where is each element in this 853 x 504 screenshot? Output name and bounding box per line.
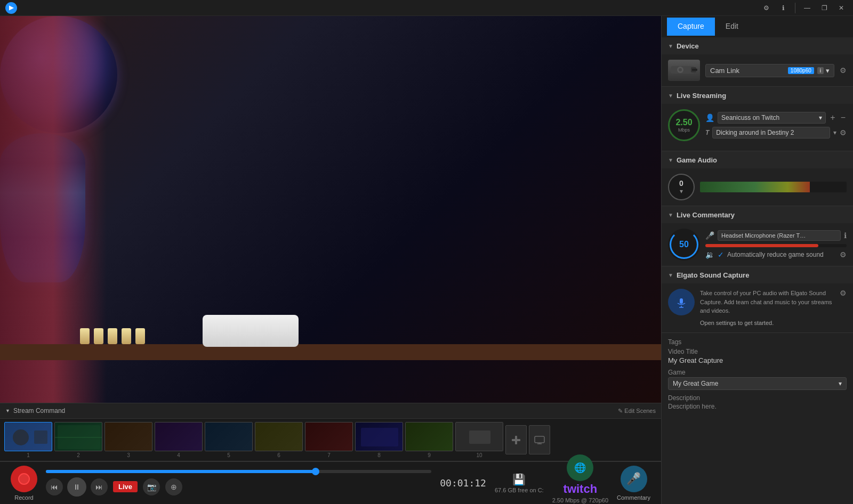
- edit-scenes-button[interactable]: ✎ Edit Scenes: [618, 408, 656, 414]
- scene-thumb-9[interactable]: 9: [405, 422, 453, 458]
- commentary-label: Commentary: [617, 494, 650, 501]
- commentary-right: 🎤 Headset Microphone (Razer Thresher... …: [705, 230, 847, 259]
- mic-info-icon[interactable]: ℹ: [844, 231, 847, 240]
- sound-capture-header[interactable]: ▼ Elgato Sound Capture: [662, 266, 853, 283]
- stream-btn-inner: 🌐: [574, 462, 586, 474]
- add-scene-button[interactable]: [505, 425, 527, 454]
- settings-icon[interactable]: ⚙: [759, 2, 774, 14]
- storage-info: 💾 67.6 GB free on C:: [495, 473, 544, 493]
- streaming-gear-icon[interactable]: ⚙: [840, 128, 847, 137]
- pause-button[interactable]: ⏸: [67, 477, 86, 497]
- account-dropdown[interactable]: Seanicuss on Twitch ▾: [718, 112, 826, 124]
- scene-thumb-6[interactable]: 6: [255, 422, 303, 458]
- scene-thumb-1[interactable]: 1: [4, 422, 52, 458]
- live-badge[interactable]: Live: [113, 481, 138, 492]
- svg-rect-2: [34, 430, 47, 444]
- right-panel-tabs: Capture Edit: [662, 16, 853, 37]
- game-audio-meter: [700, 182, 847, 192]
- audio-section-title: Game Audio: [677, 156, 717, 164]
- restore-button[interactable]: ❐: [817, 2, 832, 14]
- game-volume-knob[interactable]: 0 ▾: [668, 174, 695, 200]
- scene-thumb-8[interactable]: 8: [355, 422, 403, 458]
- twitch-logo: twitch: [564, 482, 598, 496]
- mic-dropdown[interactable]: Headset Microphone (Razer Thresher...: [718, 230, 841, 241]
- mbps-value: 2.50: [675, 118, 692, 127]
- auto-reduce-checkmark: ✓: [718, 250, 724, 259]
- commentary-button[interactable]: 🎤: [621, 466, 647, 492]
- screen-share-button[interactable]: [529, 425, 550, 454]
- crosshair-button[interactable]: ⊕: [165, 478, 182, 495]
- minimize-button[interactable]: —: [800, 2, 815, 14]
- stream-control: 🌐 twitch 2.50 Mbps @ 720p60 Stream: [552, 454, 608, 505]
- svg-rect-12: [361, 428, 398, 446]
- device-icon: [668, 60, 700, 81]
- record-button[interactable]: [11, 466, 37, 492]
- scene-thumb-7[interactable]: 7: [305, 422, 353, 458]
- title-t-icon: T: [705, 129, 709, 136]
- volume-down-icon: ▾: [680, 188, 683, 195]
- video-bg-scene: [0, 16, 661, 403]
- scene-thumb-5[interactable]: 5: [205, 422, 253, 458]
- live-streaming-section: ▼ Live Streaming 2.50 Mbps 👤 Seanicuss o…: [662, 87, 853, 151]
- right-panel: Capture Edit ▼ Device: [661, 16, 853, 504]
- svg-rect-6: [105, 422, 152, 451]
- scene-thumb-2[interactable]: 2: [54, 422, 102, 458]
- game-audio-content: 0 ▾: [662, 168, 853, 206]
- volume-small-icon: 🔉: [705, 250, 714, 259]
- device-dropdown[interactable]: Cam Link 1080p60 i ▾: [705, 64, 834, 77]
- close-button[interactable]: ✕: [834, 2, 849, 14]
- video-preview: [0, 16, 661, 403]
- device-section-title: Device: [677, 42, 699, 50]
- game-audio-header[interactable]: ▼ Game Audio: [662, 151, 853, 168]
- game-label: Game: [668, 369, 847, 376]
- fast-forward-button[interactable]: ⏭: [91, 478, 108, 495]
- scene-thumb-img-1: [4, 422, 52, 451]
- tab-capture[interactable]: Capture: [667, 18, 715, 36]
- tags-section: Tags Video Title My Great Capture Game M…: [662, 333, 853, 416]
- mic-level-bar: [705, 244, 847, 247]
- device-collapse-icon: ▼: [668, 43, 673, 49]
- live-streaming-header[interactable]: ▼ Live Streaming: [662, 87, 853, 104]
- open-settings-link[interactable]: Open settings to get started.: [700, 319, 834, 328]
- mic-volume-dial[interactable]: 50: [668, 229, 700, 261]
- svg-rect-18: [535, 436, 544, 443]
- scene-thumb-3[interactable]: 3: [104, 422, 152, 458]
- info-icon[interactable]: ℹ: [776, 2, 791, 14]
- device-section-header[interactable]: ▼ Device: [662, 37, 853, 54]
- description-label: Description: [668, 394, 847, 402]
- camera-snapshot-button[interactable]: 📷: [143, 478, 160, 495]
- progress-bar[interactable]: [46, 470, 431, 473]
- stream-command-bar: Stream Command ✎ Edit Scenes: [0, 403, 661, 419]
- stream-title-input[interactable]: Dicking around in Destiny 2: [712, 127, 830, 139]
- scene-thumb-10[interactable]: 10: [455, 422, 503, 458]
- commentary-gear-icon[interactable]: ⚙: [840, 250, 847, 259]
- commentary-section-title: Live Commentary: [677, 211, 735, 219]
- svg-rect-9: [255, 422, 303, 451]
- remove-account-button[interactable]: −: [840, 112, 847, 124]
- scene-thumb-4[interactable]: 4: [155, 422, 203, 458]
- sound-capture-gear-icon[interactable]: ⚙: [840, 289, 847, 327]
- sound-capture-section: ▼ Elgato Sound Capture Take control of y…: [662, 266, 853, 333]
- game-dropdown[interactable]: My Great Game ▾: [668, 377, 847, 390]
- commentary-section-header[interactable]: ▼ Live Commentary: [662, 206, 853, 223]
- storage-icon: 💾: [512, 473, 526, 486]
- streaming-row: 2.50 Mbps 👤 Seanicuss on Twitch ▾ + −: [668, 109, 847, 141]
- rewind-button[interactable]: ⏮: [46, 478, 63, 495]
- main-container: Stream Command ✎ Edit Scenes 1: [0, 16, 853, 504]
- scene-num-3: 3: [127, 452, 130, 458]
- tags-label: Tags: [668, 338, 847, 346]
- device-gear-icon[interactable]: ⚙: [840, 66, 847, 75]
- stream-info-text: 2.50 Mbps @ 720p60: [552, 497, 608, 503]
- stream-command-label[interactable]: Stream Command: [5, 407, 65, 414]
- commentary-collapse-icon: ▼: [668, 212, 673, 218]
- tab-edit[interactable]: Edit: [715, 18, 749, 36]
- stream-button[interactable]: 🌐: [567, 454, 593, 481]
- progress-dot: [312, 468, 319, 475]
- live-streaming-content: 2.50 Mbps 👤 Seanicuss on Twitch ▾ + −: [662, 104, 853, 151]
- device-section-content: Cam Link 1080p60 i ▾ ⚙: [662, 54, 853, 86]
- scene-thumb-img-5: [205, 422, 253, 451]
- add-account-button[interactable]: +: [829, 112, 836, 124]
- video-title-label: Video Title: [668, 348, 847, 355]
- video-title-value: My Great Capture: [668, 356, 847, 364]
- streaming-account-row: 👤 Seanicuss on Twitch ▾ + −: [705, 112, 847, 124]
